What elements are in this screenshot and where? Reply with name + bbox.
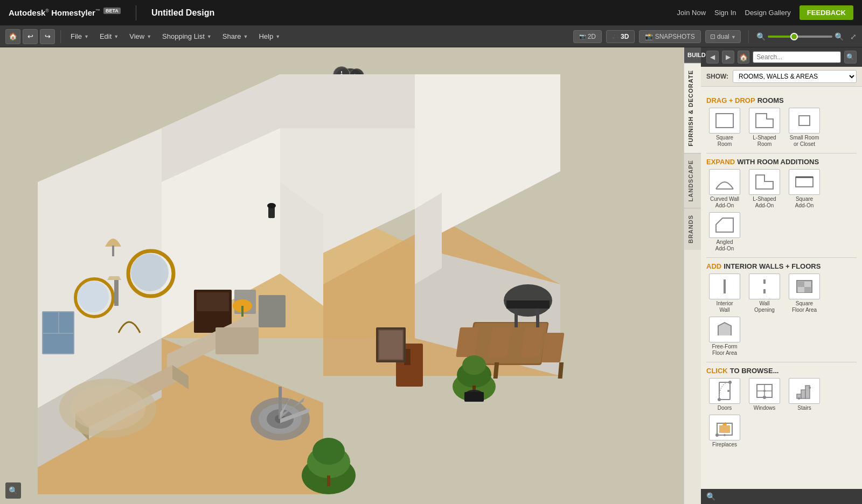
canvas-area[interactable]: ↺ ↻ ▲ ▼ ◀ ▶ — [0, 47, 700, 504]
dual-button[interactable]: ⊡ dual ▼ — [705, 30, 741, 43]
angled-addon-item[interactable]: AngledAdd-On — [706, 212, 743, 252]
logo-area: Autodesk® Homestyler™ BETA Untitled Desi… — [9, 5, 214, 20]
panel-content: DRAG + DROP ROOMS SquareRoom — [701, 87, 862, 489]
toolbar-separator-1 — [60, 30, 61, 43]
shopping-list-menu[interactable]: Shopping List ▼ — [158, 30, 216, 43]
expand-rooms-title: EXPAND WITH ROOM ADDITIONS — [706, 158, 857, 166]
svg-rect-81 — [716, 114, 733, 128]
show-select[interactable]: ROOMS, WALLS & AREAS WALLS ONLY ALL — [733, 70, 857, 83]
svg-point-98 — [728, 381, 732, 384]
square-addon-icon — [789, 169, 820, 195]
stairs-item[interactable]: Stairs — [786, 378, 823, 411]
small-room-item[interactable]: Small Roomor Closet — [786, 108, 823, 148]
svg-rect-31 — [59, 312, 73, 333]
l-shaped-room-icon — [749, 108, 780, 134]
camera-2d-icon: 📷 — [579, 33, 586, 39]
curved-wall-item[interactable]: Curved WallAdd-On — [706, 169, 743, 209]
landscape-tab[interactable]: LANDSCAPE — [684, 153, 701, 208]
camera-3d-icon: 🎥 — [612, 33, 618, 39]
curved-wall-label: Curved WallAdd-On — [710, 196, 739, 209]
doors-label: Doors — [718, 405, 732, 411]
wall-opening-icon — [749, 274, 780, 299]
svg-point-69 — [462, 355, 486, 375]
redo-button[interactable]: ↪ — [40, 29, 55, 44]
expand-rooms-grid: Curved WallAdd-On L-ShapedAdd-On — [706, 169, 857, 252]
share-menu[interactable]: Share ▼ — [218, 30, 253, 43]
free-form-floor-label: Free-FormFloor Area — [712, 344, 737, 356]
join-now-link[interactable]: Join Now — [677, 9, 706, 17]
design-gallery-link[interactable]: Design Gallery — [745, 9, 791, 17]
room-illustration — [11, 74, 593, 494]
view-3d-button[interactable]: 🎥 3D — [606, 30, 635, 43]
svg-point-108 — [809, 387, 811, 389]
l-shaped-addon-icon — [749, 169, 780, 195]
build-tab[interactable]: BUILD — [684, 47, 701, 63]
square-addon-label: SquareAdd-On — [795, 196, 814, 209]
edit-menu[interactable]: Edit ▼ — [95, 30, 123, 43]
interior-wall-label: InteriorWall — [716, 300, 733, 313]
svg-rect-94 — [804, 287, 811, 292]
zoom-bar: 🔍 🔍 — [756, 32, 844, 41]
fireplaces-item[interactable]: Fireplaces — [706, 415, 743, 448]
expand-icon[interactable]: ⤢ — [850, 32, 857, 41]
doors-item[interactable]: Doors — [706, 378, 743, 411]
svg-point-96 — [727, 390, 729, 392]
l-shaped-addon-item[interactable]: L-ShapedAdd-On — [746, 169, 783, 209]
square-addon-item[interactable]: SquareAdd-On — [786, 169, 823, 209]
zoom-slider[interactable] — [768, 36, 832, 38]
beta-badge: BETA — [103, 8, 121, 14]
interior-wall-item[interactable]: InteriorWall — [706, 274, 743, 313]
windows-item[interactable]: Windows — [746, 378, 783, 411]
svg-rect-32 — [43, 334, 73, 353]
interior-wall-icon — [709, 274, 740, 299]
free-form-floor-item[interactable]: Free-FormFloor Area — [706, 317, 743, 356]
l-shaped-room-item[interactable]: L-ShapedRoom — [746, 108, 783, 148]
doors-icon — [709, 378, 740, 404]
main-content: ↺ ↻ ▲ ▼ ◀ ▶ — [0, 47, 862, 504]
view-menu-arrow: ▼ — [147, 34, 151, 39]
svg-point-53 — [312, 438, 345, 465]
curved-wall-icon — [709, 169, 740, 195]
help-menu[interactable]: Help ▼ — [254, 30, 284, 43]
bottom-search-icon[interactable]: 🔍 — [706, 492, 715, 501]
panel-home-button[interactable]: 🏠 — [738, 51, 750, 64]
zoom-out-icon[interactable]: 🔍 — [756, 32, 766, 41]
svg-rect-54 — [327, 475, 330, 486]
undo-button[interactable]: ↩ — [23, 29, 38, 44]
brands-tab[interactable]: BRANDS — [684, 208, 701, 250]
square-floor-item[interactable]: SquareFloor Area — [786, 274, 823, 313]
panel-search-button[interactable]: 🔍 — [844, 51, 857, 64]
svg-rect-75 — [379, 331, 402, 359]
view-menu[interactable]: View ▼ — [125, 30, 156, 43]
logo-text: Autodesk® Homestyler™ BETA — [9, 8, 121, 17]
top-bar: Autodesk® Homestyler™ BETA Untitled Desi… — [0, 0, 862, 26]
wall-opening-item[interactable]: WallOpening — [746, 274, 783, 313]
shopping-list-arrow: ▼ — [207, 34, 212, 39]
interior-walls-title: ADD INTERIOR WALLS + FLOORS — [706, 262, 857, 270]
sign-in-link[interactable]: Sign In — [714, 9, 736, 17]
home-toolbar-button[interactable]: 🏠 — [5, 29, 20, 44]
panel-forward-button[interactable]: ▶ — [722, 51, 734, 64]
browse-title: CLICK TO BROWSE... — [706, 367, 857, 375]
panel-search-input[interactable] — [753, 51, 841, 63]
drag-drop-rooms-grid: SquareRoom L-ShapedRoom — [706, 108, 857, 148]
right-panel: BUILD FURNISH & DECORATE LANDSCAPE BRAND… — [700, 47, 862, 504]
svg-point-77 — [70, 386, 145, 431]
feedback-button[interactable]: FEEDBACK — [800, 5, 853, 20]
panel-back-button[interactable]: ◀ — [706, 51, 719, 64]
furnish-decorate-tab[interactable]: FURNISH & DECORATE — [684, 63, 701, 153]
svg-rect-39 — [259, 295, 286, 327]
zoom-in-icon[interactable]: 🔍 — [835, 32, 844, 41]
view-2d-button[interactable]: 📷 2D — [573, 30, 602, 43]
camera-icon: 📸 — [645, 33, 653, 40]
small-room-label: Small Roomor Closet — [790, 135, 819, 148]
canvas-search-button[interactable]: 🔍 — [5, 482, 21, 499]
divider-1 — [706, 153, 857, 153]
file-menu[interactable]: File ▼ — [66, 30, 93, 43]
toolbar: 🏠 ↩ ↪ File ▼ Edit ▼ View ▼ Shopping List… — [0, 26, 862, 47]
snapshots-button[interactable]: 📸 SNAPSHOTS — [639, 30, 700, 43]
square-room-item[interactable]: SquareRoom — [706, 108, 743, 148]
svg-rect-85 — [796, 177, 813, 187]
edit-menu-arrow: ▼ — [114, 34, 119, 39]
square-room-label: SquareRoom — [716, 135, 733, 148]
